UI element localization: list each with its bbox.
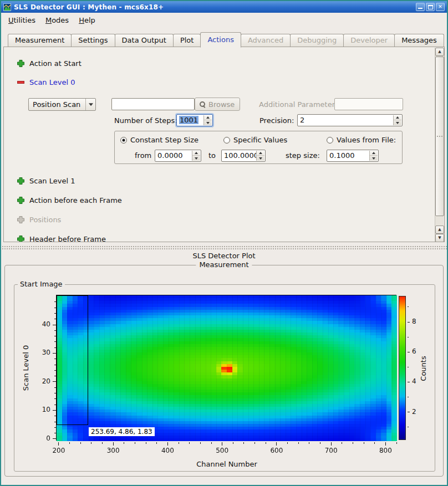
minimize-button[interactable] bbox=[416, 3, 425, 11]
x-minor-tick bbox=[146, 442, 146, 444]
scroll-down-button[interactable]: ▼ bbox=[435, 234, 444, 242]
action-at-start-row[interactable]: Action at Start bbox=[17, 58, 82, 68]
x-minor-tick bbox=[309, 442, 309, 444]
vertical-scrollbar[interactable]: ▲ ▲ ▼ bbox=[435, 48, 444, 242]
x-minor-tick bbox=[342, 442, 342, 444]
y-tick-label: 10 bbox=[28, 406, 50, 413]
x-tick-label: 700 bbox=[320, 447, 342, 454]
action-at-start-label: Action at Start bbox=[29, 59, 82, 68]
action-before-frame-label: Action before each Frame bbox=[29, 196, 122, 204]
spin-up-icon[interactable] bbox=[257, 151, 264, 156]
colorbar-minor-tick bbox=[408, 397, 409, 397]
close-button[interactable]: ✕ bbox=[436, 3, 445, 11]
radio-file-label: Values from File: bbox=[337, 136, 396, 144]
scroll-up-button-2[interactable]: ▲ bbox=[435, 226, 444, 234]
colorbar-tick bbox=[408, 412, 410, 412]
radio-specific-values[interactable]: Specific Values bbox=[223, 136, 287, 144]
tab-messages[interactable]: Messages bbox=[394, 34, 444, 47]
tab-plot[interactable]: Plot bbox=[173, 34, 201, 47]
menu-utilities[interactable]: Utilities bbox=[3, 14, 40, 27]
y-tick bbox=[53, 381, 56, 382]
step-size-value[interactable]: 0.1000 bbox=[329, 151, 355, 160]
tab-settings[interactable]: Settings bbox=[71, 34, 115, 47]
x-tick bbox=[331, 442, 332, 446]
scrollbar-handle[interactable] bbox=[435, 57, 444, 216]
x-minor-tick bbox=[102, 442, 103, 444]
precision-value[interactable]: 2 bbox=[300, 116, 304, 124]
x-tick bbox=[113, 442, 114, 446]
colorbar-tick bbox=[408, 382, 410, 382]
menu-help[interactable]: Help bbox=[74, 14, 100, 27]
y-minor-tick bbox=[54, 433, 56, 433]
step-size-spinbox[interactable]: 0.1000 bbox=[327, 150, 379, 162]
spin-up-icon[interactable] bbox=[204, 115, 212, 120]
maximize-button[interactable] bbox=[426, 3, 435, 11]
radio-specific-label: Specific Values bbox=[233, 136, 287, 144]
header-before-frame-row[interactable]: Header before Frame bbox=[17, 234, 106, 242]
precision-spinbox[interactable]: 2 bbox=[297, 114, 403, 126]
spin-up-icon[interactable] bbox=[192, 151, 200, 156]
y-tick bbox=[53, 438, 56, 439]
measurement-group-title: Measurement bbox=[196, 260, 252, 269]
y-minor-tick bbox=[54, 336, 56, 336]
y-minor-tick bbox=[54, 347, 56, 348]
precision-label: Precision: bbox=[259, 116, 294, 125]
spin-down-icon[interactable] bbox=[394, 120, 401, 125]
scroll-up-button[interactable]: ▲ bbox=[435, 48, 444, 56]
step-size-arrows bbox=[369, 151, 378, 161]
x-minor-tick bbox=[211, 442, 212, 444]
menu-modes[interactable]: Modes bbox=[40, 14, 74, 27]
scan-mode-select[interactable]: Position Scan bbox=[28, 98, 96, 111]
num-steps-value[interactable]: 1001 bbox=[179, 116, 198, 124]
from-spinbox[interactable]: 0.0000 bbox=[155, 150, 201, 162]
chevron-down-icon[interactable] bbox=[85, 99, 95, 110]
y-minor-tick bbox=[54, 313, 56, 314]
from-value[interactable]: 0.0000 bbox=[157, 151, 183, 160]
radio-constant-step[interactable]: Constant Step Size bbox=[120, 136, 198, 144]
scan-level-1-row[interactable]: Scan Level 1 bbox=[17, 176, 75, 186]
x-tick bbox=[276, 442, 277, 446]
splitter-handle[interactable] bbox=[1, 245, 447, 250]
tab-actions[interactable]: Actions bbox=[200, 32, 241, 48]
menubar: Utilities Modes Help bbox=[1, 13, 447, 28]
spin-up-icon[interactable] bbox=[370, 151, 378, 156]
to-label: to bbox=[208, 151, 216, 160]
colorbar-minor-tick bbox=[408, 427, 409, 427]
tab-data-output[interactable]: Data Output bbox=[115, 34, 174, 47]
y-minor-tick bbox=[54, 308, 56, 308]
to-spinbox[interactable]: 100.0000 bbox=[221, 150, 266, 162]
heatmap-canvas[interactable] bbox=[57, 295, 397, 441]
window-controls: ✕ bbox=[416, 3, 447, 11]
to-value[interactable]: 100.0000 bbox=[224, 151, 258, 160]
x-tick-label: 600 bbox=[266, 447, 288, 454]
y-minor-tick bbox=[54, 422, 56, 422]
radio-values-from-file[interactable]: Values from File: bbox=[327, 136, 396, 144]
y-tick bbox=[53, 410, 56, 411]
y-tick-label: 20 bbox=[28, 377, 50, 385]
tab-measurement[interactable]: Measurement bbox=[8, 34, 72, 47]
app-icon[interactable] bbox=[3, 3, 11, 11]
x-minor-tick bbox=[353, 442, 353, 444]
spin-down-icon[interactable] bbox=[192, 156, 200, 161]
num-steps-arrows bbox=[203, 115, 212, 125]
y-minor-tick bbox=[54, 301, 56, 302]
scan-level-0-row[interactable]: Scan Level 0 bbox=[17, 77, 75, 87]
colorbar-minor-tick bbox=[408, 337, 409, 337]
scan-level-0-label: Scan Level 0 bbox=[29, 78, 75, 86]
x-minor-tick bbox=[254, 442, 255, 444]
spin-down-icon[interactable] bbox=[257, 156, 264, 161]
action-before-frame-row[interactable]: Action before each Frame bbox=[17, 195, 122, 205]
colorbar-tick-label: 4 bbox=[412, 377, 425, 385]
x-tick-label: 300 bbox=[102, 447, 124, 454]
spin-down-icon[interactable] bbox=[204, 120, 212, 125]
num-steps-spinbox[interactable]: 1001 bbox=[176, 114, 213, 126]
scan-script-input[interactable] bbox=[111, 98, 195, 110]
scrollbar-grip-icon bbox=[439, 136, 440, 137]
spin-up-icon[interactable] bbox=[394, 115, 401, 120]
spin-down-icon[interactable] bbox=[370, 156, 378, 161]
y-minor-tick bbox=[54, 376, 56, 376]
x-minor-tick bbox=[179, 442, 179, 444]
y-minor-tick bbox=[54, 330, 56, 331]
y-tick-label: 30 bbox=[28, 349, 50, 356]
step-mode-group: Constant Step Size Specific Values Value… bbox=[114, 131, 403, 164]
